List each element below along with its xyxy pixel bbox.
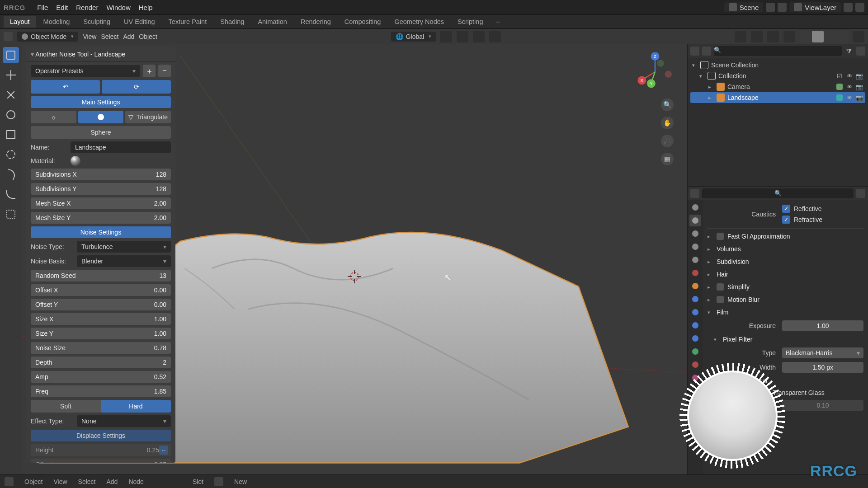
panel-subdivision[interactable]: ▸Subdivision [707,255,864,268]
sphere-button[interactable]: Sphere [31,126,171,139]
ptab-viewlayer[interactable] [689,241,701,253]
outliner-filter-icon[interactable]: ⧩ [844,47,854,56]
shade-toggle[interactable] [78,111,124,123]
mesh-size-y[interactable]: Mesh Size Y2.00 [31,212,171,224]
proportional-edit-toggle[interactable] [489,31,501,42]
tool-scale[interactable] [3,127,19,143]
viewlayer-new-icon[interactable] [844,3,853,12]
refresh-button[interactable]: ⟳ [102,80,171,94]
tool-annotate[interactable] [3,166,19,183]
tab-sculpting[interactable]: Sculpting [77,16,117,28]
footer-material-icon[interactable] [214,477,223,486]
subdivisions-y[interactable]: Subdivisions Y128 [31,183,171,195]
menu-edit[interactable]: Edit [56,4,68,11]
nav-gizmo-icon[interactable]: Z X Y [636,52,675,91]
ptab-tool[interactable] [689,202,701,213]
footer-add[interactable]: Add [106,478,118,485]
filter-type-dropdown[interactable]: Blackman-Harris▾ [782,347,863,358]
name-field[interactable]: Landscape [71,141,171,153]
properties-options-icon[interactable] [856,189,865,198]
hide-toggle[interactable]: 👁 [845,94,854,101]
footer-select[interactable]: Select [78,478,96,485]
exposure-value[interactable]: 1.00 [782,320,863,331]
viewlayer-field[interactable]: ViewLayer [789,2,841,12]
orientation-dropdown[interactable]: 🌐 Global [391,32,436,42]
mode-dropdown[interactable]: Object Mode [17,32,78,42]
size-y[interactable]: Size Y1.00 [31,328,171,339]
render-toggle[interactable]: 📷 [855,94,863,101]
scene-new-icon[interactable] [766,3,775,12]
panel-simplify[interactable]: ▸Simplify [707,281,864,293]
render-toggle[interactable]: 📷 [855,73,863,80]
viewport-menu-select[interactable]: Select [101,33,118,40]
xray-toggle[interactable] [783,31,795,42]
ptab-world[interactable] [689,267,701,279]
fast-gi-checkbox[interactable] [717,233,724,240]
scene-field[interactable]: Scene [724,2,764,12]
operator-title[interactable]: Another Noise Tool - Landscape [26,47,175,62]
tab-scripting[interactable]: Scripting [451,16,489,28]
properties-search[interactable]: 🔍 [702,188,854,198]
offset[interactable]: Offset0.05 [31,459,171,463]
shading-matprev[interactable] [824,31,836,42]
roughness-value[interactable]: 0.10 [782,400,863,411]
ptab-physics[interactable] [689,319,701,331]
ptab-particles[interactable] [689,306,701,318]
ptab-output[interactable] [689,228,701,239]
viewport-menu-view[interactable]: View [83,33,96,40]
exclude-toggle[interactable]: ☑ [835,73,844,80]
tree-camera[interactable]: ▸ Camera 👁 📷 [690,81,865,92]
pivot-dropdown[interactable] [440,31,452,42]
tool-cursor[interactable] [3,67,19,83]
render-toggle[interactable]: 📷 [855,84,863,90]
tab-texture-paint[interactable]: Texture Paint [162,16,213,28]
ptab-object[interactable] [689,280,701,292]
tree-landscape[interactable]: ▸ Landscape 👁 📷 [690,92,865,103]
shading-wireframe[interactable] [800,31,811,42]
overlay-dropdown[interactable] [767,31,779,42]
properties-editor-icon[interactable] [690,189,699,198]
panel-pixel-filter[interactable]: ▾Pixel Filter [707,333,864,346]
panel-motion-blur[interactable]: ▸Motion Blur [707,293,864,306]
footer-editor-icon[interactable] [5,477,14,486]
smooth-toggle[interactable]: ☼ [31,111,76,123]
preset-remove-button[interactable]: − [158,65,171,77]
height[interactable]: Height0.25 [31,444,171,456]
tool-select-box[interactable] [3,47,19,63]
visibility-dropdown[interactable] [735,31,746,42]
menu-help[interactable]: Help [139,4,153,11]
snap-toggle[interactable] [457,31,468,42]
undo-button[interactable]: ↶ [31,80,100,94]
camera-view-icon[interactable]: 🎥 [661,135,674,147]
outliner-search[interactable]: 🔍 [714,46,842,56]
offset-y[interactable]: Offset Y0.00 [31,299,171,310]
hide-toggle[interactable]: 👁 [845,84,854,90]
filter-width-value[interactable]: 1.50 px [782,362,863,373]
viewlayer-delete-icon[interactable] [855,3,864,12]
depth[interactable]: Depth2 [31,357,171,368]
panel-film[interactable]: ▾Film [707,306,864,319]
tool-transform[interactable] [3,146,19,163]
triangulate-toggle[interactable]: ▽Triangulate [125,111,171,123]
tab-compositing[interactable]: Compositing [338,16,387,28]
viewport-menu-object[interactable]: Object [139,33,157,40]
tab-rendering[interactable]: Rendering [294,16,337,28]
tree-collection[interactable]: ▾ Collection ☑ 👁 📷 [690,70,865,81]
shading-dropdown[interactable] [853,31,864,42]
panel-hair[interactable]: ▸Hair [707,268,864,281]
outliner-display-mode-icon[interactable] [702,47,711,56]
pan-icon[interactable]: ✋ [661,117,674,129]
outliner-editor-icon[interactable] [690,47,699,56]
snap-dropdown[interactable] [473,31,485,42]
menu-window[interactable]: Window [106,4,130,11]
ptab-scene[interactable] [689,254,701,266]
tab-add-workspace[interactable]: ＋ [490,15,506,28]
material-preview-icon[interactable] [71,156,80,166]
tab-modeling[interactable]: Modeling [37,16,76,28]
hard-option[interactable]: Hard [101,400,171,413]
menu-render[interactable]: Render [76,4,98,11]
ptab-data[interactable] [689,346,701,357]
tab-geometry-nodes[interactable]: Geometry Nodes [388,16,450,28]
shading-solid[interactable] [812,31,824,42]
ptab-material[interactable] [689,359,701,371]
